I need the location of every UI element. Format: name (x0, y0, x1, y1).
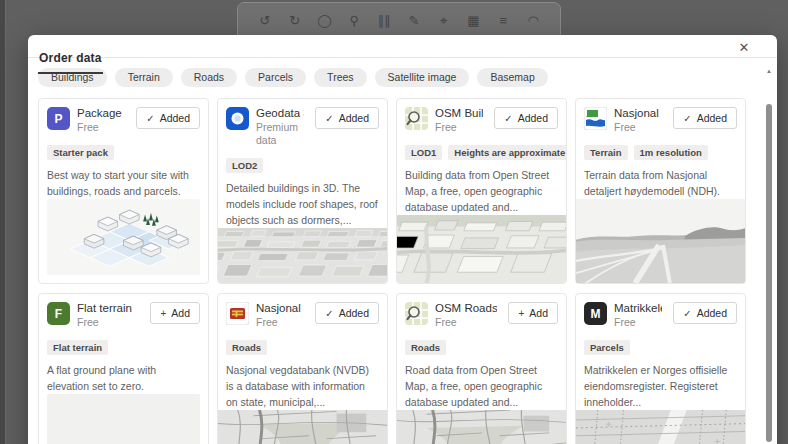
filter-chip-satellite-image[interactable]: Satellite image (375, 68, 470, 87)
osm-logo-icon (405, 107, 428, 130)
matrikkelen-preview-image (576, 410, 745, 444)
card-title: OSM Roads (435, 302, 497, 315)
added-button[interactable]: ✓ Added (494, 107, 558, 129)
tag-roads: Roads (405, 340, 446, 355)
add-button[interactable]: + Add (150, 302, 200, 324)
nvdb-preview-image (218, 410, 387, 444)
card-nasjonal-detaljert-hoydemodell: Nasjonal detaljert høyde... Free ✓ Added… (575, 98, 746, 284)
scrollbar-thumb[interactable] (766, 104, 772, 442)
geodata-logo-icon (226, 107, 249, 130)
data-card-grid: P Package Free ✓ Added Starter pack Best… (28, 87, 777, 444)
card-title: Nasjonal detaljert høyde... (614, 107, 662, 120)
tag-lod1: LOD1 (405, 145, 442, 160)
close-icon[interactable]: ✕ (736, 40, 752, 56)
geodata-preview-image (218, 228, 387, 283)
check-icon: ✓ (325, 308, 333, 319)
osm-buildings-preview-image (397, 215, 566, 283)
filter-chip-terrain[interactable]: Terrain (115, 68, 173, 87)
card-price: Free (435, 316, 497, 329)
toolbar-icon: ↺ (250, 14, 280, 28)
tag-lod2: LOD2 (226, 158, 263, 173)
card-title: Flat terrain (77, 302, 139, 315)
card-description: A flat ground plane with elevation set t… (39, 362, 208, 394)
card-title: Matrikkelen (614, 302, 662, 315)
card-price: Free (77, 121, 125, 134)
modal-header: Order data ✕ (28, 35, 777, 58)
plus-icon: + (518, 308, 524, 319)
card-osm-roads: OSM Roads Free + Add Roads Road data fro… (396, 293, 567, 444)
filter-chip-row: Buildings Terrain Roads Parcels Trees Sa… (28, 58, 777, 87)
card-title: Nasjonal vegdatabank (256, 302, 304, 315)
toolbar-icon: ⚲ (339, 14, 369, 28)
order-data-modal: Order data ✕ Buildings Terrain Roads Par… (28, 35, 777, 444)
filter-chip-basemap[interactable]: Basemap (477, 68, 547, 87)
tag-1m-resolution: 1m resolution (634, 145, 708, 160)
card-geodata-3d-buildings: Geodata 3D buildings Premium data ✓ Adde… (217, 98, 388, 284)
background-sidebar-edge (0, 0, 6, 444)
card-description: Matrikkelen er Norges offisielle eiendom… (576, 362, 745, 410)
osm-logo-icon (405, 302, 428, 325)
scrollbar-up-arrow-icon[interactable]: ▲ (764, 68, 774, 74)
ndh-logo-icon (584, 107, 607, 130)
plus-icon: + (160, 308, 166, 319)
added-button[interactable]: ✓ Added (673, 107, 737, 129)
tag-parcels: Parcels (584, 340, 630, 355)
card-flat-terrain: F Flat terrain Free + Add Flat terrain A… (38, 293, 209, 444)
check-icon: ✓ (146, 113, 154, 124)
check-icon: ✓ (325, 113, 333, 124)
flat-terrain-icon: F (47, 302, 70, 325)
card-title: Geodata 3D buildings (256, 107, 304, 120)
card-nasjonal-vegdatabank: Nasjonal vegdatabank Free ✓ Added Roads … (217, 293, 388, 444)
card-description: Best way to start your site with buildin… (39, 167, 208, 199)
check-icon: ✓ (504, 113, 512, 124)
toolbar-icon: ↻ (280, 14, 310, 28)
add-button[interactable]: + Add (508, 302, 558, 324)
ndh-preview-image (576, 199, 745, 283)
toolbar-icon: ∥∥ (369, 14, 399, 28)
toolbar-icon: ⌖ (429, 14, 459, 28)
card-price: Free (435, 121, 483, 134)
matrikkelen-icon: M (584, 302, 607, 325)
card-description: Nasjonal vegdatabank (NVDB) is a databas… (218, 362, 387, 410)
tag-starter-pack: Starter pack (47, 145, 114, 160)
card-price: Free (77, 316, 139, 329)
tag-heights-approximate: Heights are approximate (448, 145, 567, 160)
modal-title-tab[interactable]: Order data (38, 51, 103, 74)
added-button[interactable]: ✓ Added (315, 107, 379, 129)
added-button[interactable]: ✓ Added (136, 107, 200, 129)
added-button[interactable]: ✓ Added (315, 302, 379, 324)
card-description: Road data from Open Street Map, a free, … (397, 362, 566, 410)
filter-chip-trees[interactable]: Trees (314, 68, 366, 87)
added-button[interactable]: ✓ Added (673, 302, 737, 324)
filter-chip-parcels[interactable]: Parcels (245, 68, 306, 87)
modal-scrollbar[interactable]: ▲ (764, 62, 774, 444)
card-price: Free (614, 316, 662, 329)
toolbar-icon: ≡ (488, 14, 518, 28)
filter-chip-roads[interactable]: Roads (181, 68, 237, 87)
toolbar-icon: ◯ (310, 14, 340, 28)
card-description: Building data from Open Street Map, a fr… (397, 167, 566, 215)
card-price: Premium data (256, 121, 304, 147)
package-icon: P (47, 107, 70, 130)
check-icon: ✓ (683, 113, 691, 124)
card-title: Package (77, 107, 125, 120)
card-description: Terrain data from Nasjonal detaljert høy… (576, 167, 745, 199)
card-price: Free (256, 316, 304, 329)
card-title: OSM Buildings (435, 107, 483, 120)
nvdb-logo-icon (226, 302, 249, 325)
tag-roads: Roads (226, 340, 267, 355)
toolbar-icon: ▦ (459, 14, 489, 28)
package-preview-image (47, 199, 200, 275)
toolbar-icon: ◠ (518, 14, 548, 28)
check-icon: ✓ (683, 308, 691, 319)
osm-roads-preview-image (397, 410, 566, 444)
card-matrikkelen: M Matrikkelen Free ✓ Added Parcels Matri… (575, 293, 746, 444)
toolbar-icon: ✎ (399, 14, 429, 28)
tag-terrain: Terrain (584, 145, 628, 160)
card-osm-buildings: OSM Buildings Free ✓ Added LOD1 Heights … (396, 98, 567, 284)
flat-terrain-preview-image (47, 394, 200, 444)
card-package: P Package Free ✓ Added Starter pack Best… (38, 98, 209, 284)
card-price: Free (614, 121, 662, 134)
tag-flat-terrain: Flat terrain (47, 340, 108, 355)
card-description: Detailed buildings in 3D. The models inc… (218, 180, 387, 228)
